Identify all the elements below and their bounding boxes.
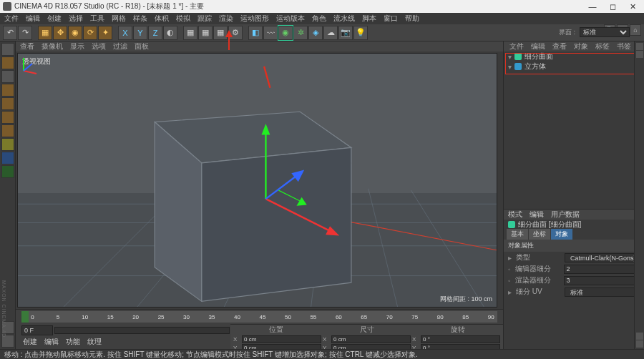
menu-网格[interactable]: 网格: [112, 14, 126, 24]
menu-编辑[interactable]: 编辑: [26, 14, 40, 24]
range-start-input[interactable]: [21, 325, 53, 335]
attrmenu-模式[interactable]: 模式: [508, 210, 522, 220]
menu-流水线[interactable]: 流水线: [333, 14, 355, 24]
object-manager[interactable]: ▾细分曲面✓▾立方体✓: [504, 51, 644, 209]
menu-体积[interactable]: 体积: [155, 14, 169, 24]
viewport-solo-button[interactable]: [1, 152, 14, 164]
menu-运动图形[interactable]: 运动图形: [240, 14, 269, 24]
coord-X-1[interactable]: [331, 335, 411, 343]
tab-功能[interactable]: 功能: [66, 337, 80, 347]
render-settings-button[interactable]: ⚙: [228, 26, 243, 40]
coord-X-0[interactable]: [242, 335, 321, 343]
rbar-icon[interactable]: [636, 43, 643, 50]
render-region-button[interactable]: ▦: [198, 26, 213, 40]
attrmenu-编辑[interactable]: 编辑: [530, 210, 544, 220]
attrtab-基本[interactable]: 基本: [507, 229, 528, 240]
attrtab-坐标[interactable]: 坐标: [529, 229, 550, 240]
timeline-ruler[interactable]: 051015202530354045505560657075808590: [21, 311, 497, 323]
menu-模拟[interactable]: 模拟: [176, 14, 190, 24]
menu-文件[interactable]: 文件: [4, 14, 19, 24]
deformer-button[interactable]: ◈: [308, 26, 323, 40]
omtab-文件[interactable]: 文件: [509, 41, 524, 51]
vpmenu-面板[interactable]: 面板: [135, 41, 149, 51]
workplane-button[interactable]: [1, 84, 14, 97]
y-axis-button[interactable]: Y: [133, 26, 147, 40]
menu-选择[interactable]: 选择: [69, 14, 83, 24]
tab-编辑[interactable]: 编辑: [44, 337, 59, 347]
model-mode-button[interactable]: [1, 56, 14, 69]
menu-渲染[interactable]: 渲染: [219, 14, 233, 24]
omtab-编辑[interactable]: 编辑: [531, 41, 545, 51]
texture-mode-button[interactable]: [1, 70, 14, 83]
omtab-标签[interactable]: 标签: [595, 41, 610, 51]
expand-icon[interactable]: ▸: [508, 254, 512, 262]
snap-button[interactable]: [1, 165, 14, 178]
polygon-mode-button[interactable]: [1, 124, 14, 137]
coord-X-2[interactable]: [421, 335, 500, 343]
x-axis-button[interactable]: X: [118, 26, 132, 40]
close-button[interactable]: ✕: [623, 0, 643, 13]
axis-button[interactable]: [1, 138, 14, 151]
type-select[interactable]: Catmull-Clark(N-Gons): [565, 253, 644, 262]
render-pv-button[interactable]: ▦: [213, 26, 228, 40]
coord-tab[interactable]: 尺寸: [321, 325, 412, 335]
select-tool[interactable]: ▦: [38, 26, 52, 40]
omtab-查看[interactable]: 查看: [552, 41, 567, 51]
subdivision-surface-button[interactable]: ◉: [278, 26, 293, 40]
point-mode-button[interactable]: [1, 97, 14, 110]
coord-sys-button[interactable]: ◐: [163, 26, 177, 40]
generator-button[interactable]: ✲: [293, 26, 308, 40]
omtab-对象[interactable]: 对象: [574, 41, 588, 51]
undo-button[interactable]: ↶: [3, 26, 17, 40]
vpmenu-摄像机[interactable]: 摄像机: [42, 41, 63, 51]
menu-运动版本[interactable]: 运动版本: [276, 14, 305, 24]
recent-tool[interactable]: ✦: [98, 26, 112, 40]
maximize-button[interactable]: ◻: [602, 0, 623, 13]
tab-纹理[interactable]: 纹理: [87, 337, 102, 347]
light-button[interactable]: 💡: [353, 26, 368, 40]
rbar-icon[interactable]: [636, 340, 643, 348]
playhead[interactable]: [21, 311, 29, 323]
coord-tab[interactable]: 旋转: [412, 325, 503, 335]
attrmenu-用户数据[interactable]: 用户数据: [551, 210, 580, 220]
expand-icon[interactable]: ▸: [508, 288, 512, 296]
vpmenu-查看[interactable]: 查看: [20, 41, 34, 51]
layout-select[interactable]: 标准: [580, 27, 630, 37]
menu-窗口[interactable]: 窗口: [384, 14, 398, 24]
menu-工具[interactable]: 工具: [90, 14, 104, 24]
cube-primitive-button[interactable]: ◧: [248, 26, 263, 40]
perspective-viewport[interactable]: 透视视图: [17, 53, 497, 308]
uv-subdiv-select[interactable]: 标准: [565, 287, 644, 297]
minimize-button[interactable]: —: [582, 0, 602, 13]
rotate-tool[interactable]: ⟳: [83, 26, 97, 40]
make-editable-button[interactable]: [1, 43, 14, 56]
spline-button[interactable]: 〰: [263, 26, 278, 40]
vpmenu-选项[interactable]: 选项: [92, 41, 106, 51]
coord-tab[interactable]: 位置: [230, 325, 321, 335]
attrtab-对象[interactable]: 对象: [551, 229, 572, 240]
path-icon[interactable]: ⌂: [630, 24, 641, 36]
render-view-button[interactable]: ▦: [183, 26, 197, 40]
rbar-icon[interactable]: [636, 51, 643, 58]
z-axis-button[interactable]: Z: [148, 26, 162, 40]
tab-创建[interactable]: 创建: [23, 337, 37, 347]
vpmenu-显示[interactable]: 显示: [70, 41, 84, 51]
scale-tool[interactable]: ◉: [68, 26, 82, 40]
move-tool[interactable]: ✥: [53, 26, 67, 40]
render-subdiv-input[interactable]: [564, 276, 644, 285]
menu-角色[interactable]: 角色: [312, 14, 326, 24]
range-slider[interactable]: [54, 327, 230, 334]
menu-帮助[interactable]: 帮助: [405, 14, 419, 24]
environment-button[interactable]: ☁: [323, 26, 338, 40]
object-row[interactable]: ▾立方体✓: [504, 62, 644, 72]
edge-mode-button[interactable]: [1, 111, 14, 124]
vpmenu-过滤[interactable]: 过滤: [113, 41, 127, 51]
redo-button[interactable]: ↷: [18, 26, 32, 40]
editor-subdiv-input[interactable]: [564, 265, 644, 274]
menu-创建[interactable]: 创建: [47, 14, 62, 24]
omtab-书签[interactable]: 书签: [617, 41, 631, 51]
menu-脚本[interactable]: 脚本: [362, 14, 376, 24]
rbar-icon[interactable]: [636, 333, 643, 340]
object-row[interactable]: ▾细分曲面✓: [504, 51, 644, 62]
menu-跟踪[interactable]: 跟踪: [197, 14, 212, 24]
